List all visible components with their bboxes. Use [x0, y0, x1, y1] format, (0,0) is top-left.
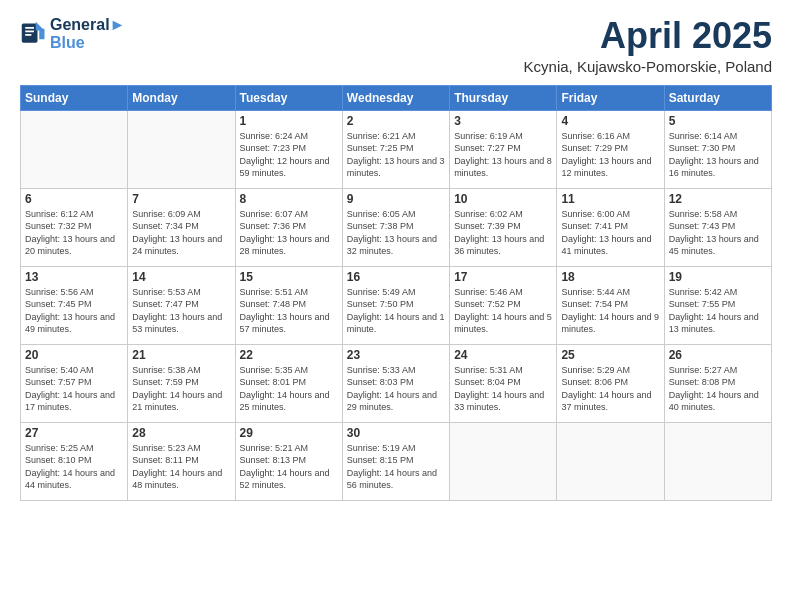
- day-info: Sunrise: 5:49 AMSunset: 7:50 PMDaylight:…: [347, 286, 445, 336]
- day-info: Sunrise: 5:31 AMSunset: 8:04 PMDaylight:…: [454, 364, 552, 414]
- day-number: 26: [669, 348, 767, 362]
- col-wednesday: Wednesday: [342, 85, 449, 110]
- day-info: Sunrise: 5:40 AMSunset: 7:57 PMDaylight:…: [25, 364, 123, 414]
- svg-rect-2: [25, 30, 34, 32]
- cell-w1-d5: 3Sunrise: 6:19 AMSunset: 7:27 PMDaylight…: [450, 110, 557, 188]
- day-info: Sunrise: 5:38 AMSunset: 7:59 PMDaylight:…: [132, 364, 230, 414]
- day-number: 9: [347, 192, 445, 206]
- day-number: 22: [240, 348, 338, 362]
- day-number: 29: [240, 426, 338, 440]
- day-number: 25: [561, 348, 659, 362]
- svg-rect-3: [25, 34, 31, 36]
- svg-rect-1: [25, 27, 34, 29]
- day-number: 13: [25, 270, 123, 284]
- week-row-5: 27Sunrise: 5:25 AMSunset: 8:10 PMDayligh…: [21, 422, 772, 500]
- day-number: 19: [669, 270, 767, 284]
- col-monday: Monday: [128, 85, 235, 110]
- cell-w5-d5: [450, 422, 557, 500]
- cell-w4-d1: 20Sunrise: 5:40 AMSunset: 7:57 PMDayligh…: [21, 344, 128, 422]
- title-block: April 2025 Kcynia, Kujawsko-Pomorskie, P…: [524, 16, 772, 75]
- cell-w3-d7: 19Sunrise: 5:42 AMSunset: 7:55 PMDayligh…: [664, 266, 771, 344]
- day-info: Sunrise: 5:33 AMSunset: 8:03 PMDaylight:…: [347, 364, 445, 414]
- day-info: Sunrise: 5:53 AMSunset: 7:47 PMDaylight:…: [132, 286, 230, 336]
- day-info: Sunrise: 6:14 AMSunset: 7:30 PMDaylight:…: [669, 130, 767, 180]
- day-info: Sunrise: 6:02 AMSunset: 7:39 PMDaylight:…: [454, 208, 552, 258]
- day-info: Sunrise: 5:44 AMSunset: 7:54 PMDaylight:…: [561, 286, 659, 336]
- cell-w5-d3: 29Sunrise: 5:21 AMSunset: 8:13 PMDayligh…: [235, 422, 342, 500]
- cell-w3-d1: 13Sunrise: 5:56 AMSunset: 7:45 PMDayligh…: [21, 266, 128, 344]
- cell-w5-d6: [557, 422, 664, 500]
- week-row-4: 20Sunrise: 5:40 AMSunset: 7:57 PMDayligh…: [21, 344, 772, 422]
- day-info: Sunrise: 6:24 AMSunset: 7:23 PMDaylight:…: [240, 130, 338, 180]
- cell-w5-d2: 28Sunrise: 5:23 AMSunset: 8:11 PMDayligh…: [128, 422, 235, 500]
- day-number: 20: [25, 348, 123, 362]
- logo: General► Blue: [20, 16, 125, 51]
- day-info: Sunrise: 6:12 AMSunset: 7:32 PMDaylight:…: [25, 208, 123, 258]
- day-info: Sunrise: 6:05 AMSunset: 7:38 PMDaylight:…: [347, 208, 445, 258]
- col-saturday: Saturday: [664, 85, 771, 110]
- day-number: 5: [669, 114, 767, 128]
- cell-w1-d4: 2Sunrise: 6:21 AMSunset: 7:25 PMDaylight…: [342, 110, 449, 188]
- svg-marker-5: [39, 28, 44, 39]
- day-number: 2: [347, 114, 445, 128]
- day-info: Sunrise: 5:35 AMSunset: 8:01 PMDaylight:…: [240, 364, 338, 414]
- day-info: Sunrise: 6:09 AMSunset: 7:34 PMDaylight:…: [132, 208, 230, 258]
- day-number: 11: [561, 192, 659, 206]
- day-info: Sunrise: 6:19 AMSunset: 7:27 PMDaylight:…: [454, 130, 552, 180]
- cell-w4-d3: 22Sunrise: 5:35 AMSunset: 8:01 PMDayligh…: [235, 344, 342, 422]
- cell-w2-d5: 10Sunrise: 6:02 AMSunset: 7:39 PMDayligh…: [450, 188, 557, 266]
- day-number: 15: [240, 270, 338, 284]
- cell-w3-d4: 16Sunrise: 5:49 AMSunset: 7:50 PMDayligh…: [342, 266, 449, 344]
- day-number: 28: [132, 426, 230, 440]
- logo-text: General► Blue: [50, 16, 125, 51]
- day-number: 17: [454, 270, 552, 284]
- cell-w2-d2: 7Sunrise: 6:09 AMSunset: 7:34 PMDaylight…: [128, 188, 235, 266]
- day-number: 3: [454, 114, 552, 128]
- cell-w1-d7: 5Sunrise: 6:14 AMSunset: 7:30 PMDaylight…: [664, 110, 771, 188]
- cell-w4-d2: 21Sunrise: 5:38 AMSunset: 7:59 PMDayligh…: [128, 344, 235, 422]
- day-number: 27: [25, 426, 123, 440]
- day-number: 16: [347, 270, 445, 284]
- cell-w2-d4: 9Sunrise: 6:05 AMSunset: 7:38 PMDaylight…: [342, 188, 449, 266]
- header: General► Blue April 2025 Kcynia, Kujawsk…: [20, 16, 772, 75]
- day-info: Sunrise: 5:42 AMSunset: 7:55 PMDaylight:…: [669, 286, 767, 336]
- cell-w3-d2: 14Sunrise: 5:53 AMSunset: 7:47 PMDayligh…: [128, 266, 235, 344]
- day-info: Sunrise: 5:27 AMSunset: 8:08 PMDaylight:…: [669, 364, 767, 414]
- cell-w2-d3: 8Sunrise: 6:07 AMSunset: 7:36 PMDaylight…: [235, 188, 342, 266]
- day-info: Sunrise: 6:21 AMSunset: 7:25 PMDaylight:…: [347, 130, 445, 180]
- calendar-page: General► Blue April 2025 Kcynia, Kujawsk…: [0, 0, 792, 612]
- day-number: 21: [132, 348, 230, 362]
- day-number: 30: [347, 426, 445, 440]
- day-info: Sunrise: 5:25 AMSunset: 8:10 PMDaylight:…: [25, 442, 123, 492]
- cell-w5-d7: [664, 422, 771, 500]
- col-sunday: Sunday: [21, 85, 128, 110]
- cell-w4-d6: 25Sunrise: 5:29 AMSunset: 8:06 PMDayligh…: [557, 344, 664, 422]
- calendar-subtitle: Kcynia, Kujawsko-Pomorskie, Poland: [524, 58, 772, 75]
- cell-w3-d5: 17Sunrise: 5:46 AMSunset: 7:52 PMDayligh…: [450, 266, 557, 344]
- day-info: Sunrise: 5:51 AMSunset: 7:48 PMDaylight:…: [240, 286, 338, 336]
- day-number: 4: [561, 114, 659, 128]
- day-info: Sunrise: 5:58 AMSunset: 7:43 PMDaylight:…: [669, 208, 767, 258]
- day-number: 7: [132, 192, 230, 206]
- cell-w1-d1: [21, 110, 128, 188]
- day-info: Sunrise: 5:56 AMSunset: 7:45 PMDaylight:…: [25, 286, 123, 336]
- day-info: Sunrise: 6:16 AMSunset: 7:29 PMDaylight:…: [561, 130, 659, 180]
- day-info: Sunrise: 5:46 AMSunset: 7:52 PMDaylight:…: [454, 286, 552, 336]
- day-number: 10: [454, 192, 552, 206]
- week-row-1: 1Sunrise: 6:24 AMSunset: 7:23 PMDaylight…: [21, 110, 772, 188]
- cell-w4-d4: 23Sunrise: 5:33 AMSunset: 8:03 PMDayligh…: [342, 344, 449, 422]
- day-number: 12: [669, 192, 767, 206]
- header-row: Sunday Monday Tuesday Wednesday Thursday…: [21, 85, 772, 110]
- cell-w2-d6: 11Sunrise: 6:00 AMSunset: 7:41 PMDayligh…: [557, 188, 664, 266]
- day-number: 18: [561, 270, 659, 284]
- calendar-table: Sunday Monday Tuesday Wednesday Thursday…: [20, 85, 772, 501]
- cell-w5-d1: 27Sunrise: 5:25 AMSunset: 8:10 PMDayligh…: [21, 422, 128, 500]
- calendar-title: April 2025: [524, 16, 772, 56]
- cell-w5-d4: 30Sunrise: 5:19 AMSunset: 8:15 PMDayligh…: [342, 422, 449, 500]
- logo-icon: [20, 20, 48, 48]
- day-info: Sunrise: 5:29 AMSunset: 8:06 PMDaylight:…: [561, 364, 659, 414]
- col-thursday: Thursday: [450, 85, 557, 110]
- cell-w2-d1: 6Sunrise: 6:12 AMSunset: 7:32 PMDaylight…: [21, 188, 128, 266]
- day-info: Sunrise: 5:19 AMSunset: 8:15 PMDaylight:…: [347, 442, 445, 492]
- cell-w1-d3: 1Sunrise: 6:24 AMSunset: 7:23 PMDaylight…: [235, 110, 342, 188]
